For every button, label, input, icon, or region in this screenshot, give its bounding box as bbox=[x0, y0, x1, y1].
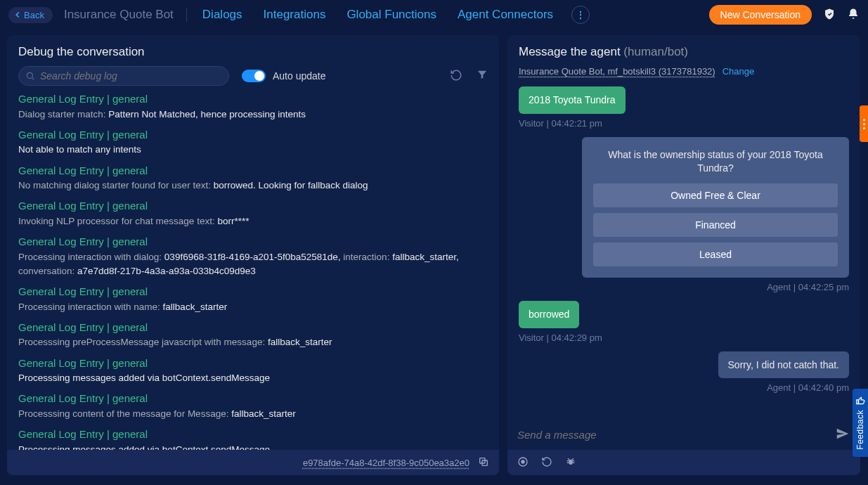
chat-panel: Message the agent (human/bot) Insurance … bbox=[507, 35, 860, 475]
message-meta: Visitor | 04:42:21 pm bbox=[519, 118, 602, 129]
feedback-label: Feedback bbox=[855, 410, 865, 450]
log-head: General Log Entry | general bbox=[18, 91, 488, 108]
debug-controls: Auto update bbox=[7, 66, 499, 91]
conversation-id[interactable]: e978afde-74a8-42df-8f38-9c050ea3a2e0 bbox=[303, 458, 469, 468]
new-conversation-button[interactable]: New Conversation bbox=[709, 5, 812, 25]
refresh-icon[interactable] bbox=[450, 69, 462, 84]
log-body: Not able to match any intents bbox=[18, 143, 488, 157]
agent-message: Sorry, I did not catch that. bbox=[718, 351, 849, 379]
back-label: Back bbox=[24, 10, 44, 20]
back-button[interactable]: Back bbox=[8, 7, 53, 23]
log-body: Processsing content of the message for M… bbox=[18, 407, 488, 421]
log-head: General Log Entry | general bbox=[18, 127, 488, 143]
svg-rect-6 bbox=[569, 459, 572, 464]
visitor-message: 2018 Toyota Tundra bbox=[519, 86, 626, 114]
search-icon bbox=[25, 71, 35, 81]
page-title: Insurance Quote Bot bbox=[64, 8, 174, 22]
search-wrap bbox=[18, 66, 229, 86]
compose-bar bbox=[507, 419, 860, 450]
log-body: Processsing messages added via botContex… bbox=[18, 371, 488, 385]
log-entry: General Log Entry | general Processsing … bbox=[18, 391, 488, 421]
log-body: Invoking NLP processor for chat message … bbox=[18, 214, 488, 228]
log-entry: General Log Entry | general Processsing … bbox=[18, 356, 488, 386]
toggle-knob bbox=[254, 71, 264, 81]
nav-dialogs[interactable]: Dialogs bbox=[202, 8, 242, 22]
nav-global-functions[interactable]: Global Functions bbox=[346, 8, 436, 22]
message-meta: Agent | 04:42:40 pm bbox=[767, 382, 849, 393]
option-owned-free-clear[interactable]: Owned Free & Clear bbox=[593, 183, 838, 207]
record-icon[interactable] bbox=[517, 456, 529, 470]
workspace: Debug the conversation Auto update bbox=[0, 30, 868, 482]
log-entry: General Log Entry | general Processing i… bbox=[18, 234, 488, 278]
nav-more-button[interactable]: ⋮ bbox=[571, 6, 590, 24]
agent-subheader: Insurance Quote Bot, mf_botskill3 (31737… bbox=[507, 66, 860, 84]
top-bar: Back Insurance Quote Bot Dialogs Integra… bbox=[0, 0, 868, 30]
chat-footer bbox=[507, 450, 860, 475]
chat-title-main: Message the agent bbox=[519, 45, 621, 58]
log-head: General Log Entry | general bbox=[18, 198, 488, 214]
message-meta: Visitor | 04:42:29 pm bbox=[519, 332, 602, 343]
dots-vertical-icon: ⋮ bbox=[576, 9, 585, 20]
agent-prompt: What is the ownership status of your 201… bbox=[593, 148, 838, 175]
feedback-tab[interactable]: Feedback bbox=[853, 389, 868, 457]
log-body: Processsing preProcessMessage javascript… bbox=[18, 335, 488, 349]
svg-point-0 bbox=[27, 72, 32, 78]
log-entry: General Log Entry | general Processsing … bbox=[18, 320, 488, 350]
debug-panel: Debug the conversation Auto update bbox=[7, 35, 499, 475]
agent-quick-reply-card: What is the ownership status of your 201… bbox=[582, 137, 849, 278]
debug-panel-title: Debug the conversation bbox=[7, 35, 499, 66]
log-head: General Log Entry | general bbox=[18, 356, 488, 372]
svg-line-11 bbox=[568, 458, 569, 460]
log-entry: General Log Entry | general Invoking NLP… bbox=[18, 198, 488, 228]
svg-line-1 bbox=[32, 78, 34, 80]
log-head: General Log Entry | general bbox=[18, 163, 488, 179]
auto-update-toggle-wrap: Auto update bbox=[242, 70, 326, 82]
thumbs-up-icon bbox=[855, 396, 865, 406]
debug-footer: e978afde-74a8-42df-8f38-9c050ea3a2e0 bbox=[7, 450, 499, 475]
log-body: Processsing messages added via botContex… bbox=[18, 443, 488, 451]
svg-line-12 bbox=[572, 458, 574, 460]
option-leased[interactable]: Leased bbox=[593, 242, 838, 266]
log-entry: General Log Entry | general Dialog start… bbox=[18, 91, 488, 122]
chat-title-sub: (human/bot) bbox=[623, 45, 688, 58]
bell-icon[interactable] bbox=[847, 8, 860, 22]
nav-agent-connectors[interactable]: Agent Connectors bbox=[458, 8, 553, 22]
log-head: General Log Entry | general bbox=[18, 284, 488, 300]
option-financed[interactable]: Financed bbox=[593, 213, 838, 237]
nav-integrations[interactable]: Integrations bbox=[264, 8, 326, 22]
debug-log-list[interactable]: General Log Entry | general Dialog start… bbox=[7, 91, 499, 450]
filter-icon[interactable] bbox=[477, 69, 488, 84]
bug-icon[interactable] bbox=[565, 456, 576, 470]
log-entry: General Log Entry | general Processsing … bbox=[18, 427, 488, 450]
chat-transcript[interactable]: 2018 Toyota Tundra Visitor | 04:42:21 pm… bbox=[507, 84, 860, 419]
log-head: General Log Entry | general bbox=[18, 427, 488, 443]
log-entry: General Log Entry | general Processing i… bbox=[18, 284, 488, 314]
log-body: Processing interaction with name: fallba… bbox=[18, 300, 488, 314]
log-head: General Log Entry | general bbox=[18, 320, 488, 336]
svg-point-5 bbox=[522, 460, 524, 463]
log-head: General Log Entry | general bbox=[18, 391, 488, 407]
shield-icon[interactable] bbox=[823, 8, 836, 22]
search-input[interactable] bbox=[18, 66, 229, 86]
log-head: General Log Entry | general bbox=[18, 234, 488, 250]
reset-icon[interactable] bbox=[541, 456, 552, 470]
log-entry: General Log Entry | general No matching … bbox=[18, 163, 488, 193]
chevron-left-icon bbox=[13, 10, 22, 20]
send-icon[interactable] bbox=[835, 426, 850, 444]
compose-input[interactable] bbox=[517, 429, 835, 441]
auto-update-label: Auto update bbox=[273, 70, 326, 82]
auto-update-toggle[interactable] bbox=[242, 70, 266, 82]
message-meta: Agent | 04:42:25 pm bbox=[767, 282, 849, 292]
visitor-message: borrowed bbox=[519, 301, 579, 328]
change-agent-link[interactable]: Change bbox=[723, 66, 755, 77]
log-body: Processing interaction with dialog: 039f… bbox=[18, 250, 488, 279]
chat-panel-title: Message the agent (human/bot) bbox=[507, 35, 860, 66]
divider bbox=[186, 8, 187, 22]
side-drawer-handle[interactable] bbox=[860, 105, 868, 142]
agent-identity[interactable]: Insurance Quote Bot, mf_botskill3 (31737… bbox=[519, 66, 715, 77]
log-body: Dialog starter match: Pattern Not Matche… bbox=[18, 108, 488, 122]
log-entry: General Log Entry | general Not able to … bbox=[18, 127, 488, 157]
log-body: No matching dialog starter found for use… bbox=[18, 179, 488, 193]
copy-icon[interactable] bbox=[478, 456, 489, 470]
